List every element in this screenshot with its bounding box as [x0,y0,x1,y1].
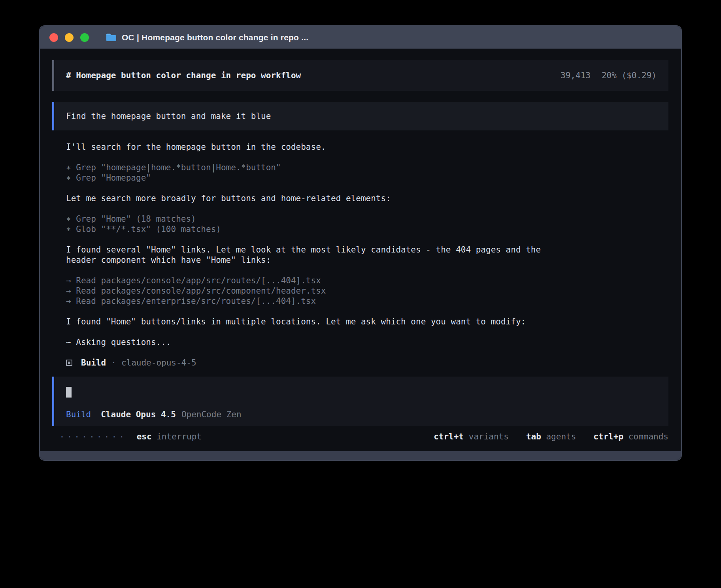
spinner-dots: ········· [59,432,126,442]
grep-tool-call: ∗ Grep "Home" (18 matches) [66,214,668,224]
user-message-block: Find the homepage button and make it blu… [52,102,668,130]
status-right: ctrl+t variants tab agents ctrl+p comman… [434,432,668,442]
agent-status-line: Build · claude-opus-4-5 [66,358,668,368]
grep-tool-call: ∗ Grep "homepage|home.*button|Home.*butt… [66,162,668,173]
assistant-paragraph: I found "Home" buttons/links in multiple… [66,317,558,327]
titlebar: OC | Homepage button color change in rep… [40,26,681,49]
agent-name: Build [81,358,106,368]
token-count: 39,413 [561,70,591,81]
session-meta: 39,413 20% ($0.29) [561,70,657,81]
read-tool-call: → Read packages/console/app/src/componen… [66,286,668,296]
window-controls [49,33,96,42]
assistant-paragraph: I found several "Home" links. Let me loo… [66,245,558,265]
shortcut-agents: tab agents [526,432,576,442]
shortcut-interrupt: esc interrupt [137,432,202,442]
agent-separator: · [111,358,116,368]
zoom-button[interactable] [80,33,89,42]
assistant-paragraph: Let me search more broadly for buttons a… [66,193,558,204]
folder-icon [106,33,117,41]
assistant-response: I'll search for the homepage button in t… [52,130,668,368]
tool-call-group: ∗ Grep "homepage|home.*button|Home.*butt… [66,162,668,183]
terminal-content: # Homepage button color change in repo w… [40,49,681,442]
context-cost: 20% ($0.29) [602,70,657,81]
working-status: ~ Asking questions... [66,337,558,347]
tool-call-group: → Read packages/console/app/src/routes/[… [66,275,668,306]
shortcut-commands: ctrl+p commands [593,432,668,442]
session-title: # Homepage button color change in repo w… [66,70,301,81]
status-bar: ········· esc interrupt ctrl+t variants … [52,432,668,442]
agent-model: claude-opus-4-5 [121,358,196,368]
agent-icon [66,360,72,366]
terminal-window: OC | Homepage button color change in rep… [39,25,682,461]
assistant-paragraph: I'll search for the homepage button in t… [66,142,558,152]
close-button[interactable] [49,33,58,42]
glob-tool-call: ∗ Glob "**/*.tsx" (100 matches) [66,224,668,234]
window-title: OC | Homepage button color change in rep… [122,33,308,42]
status-left: ········· esc interrupt [59,432,202,442]
agent-mode-label: Build [66,409,91,420]
model-label: Claude Opus 4.5 [101,409,176,420]
session-header: # Homepage button color change in repo w… [52,60,668,91]
read-tool-call: → Read packages/enterprise/src/routes/[.… [66,296,668,306]
text-cursor [66,387,72,398]
prompt-input[interactable]: Build Claude Opus 4.5 OpenCode Zen [52,377,668,426]
read-tool-call: → Read packages/console/app/src/routes/[… [66,275,668,286]
provider-label: OpenCode Zen [181,409,242,420]
tool-call-group: ∗ Grep "Home" (18 matches) ∗ Glob "**/*.… [66,214,668,234]
user-message-text: Find the homepage button and make it blu… [66,111,271,121]
minimize-button[interactable] [65,33,74,42]
window-bottom-edge [40,451,681,460]
input-meta: Build Claude Opus 4.5 OpenCode Zen [66,409,657,420]
grep-tool-call: ∗ Grep "Homepage" [66,173,668,183]
title-group: OC | Homepage button color change in rep… [106,33,308,42]
shortcut-variants: ctrl+t variants [434,432,509,442]
